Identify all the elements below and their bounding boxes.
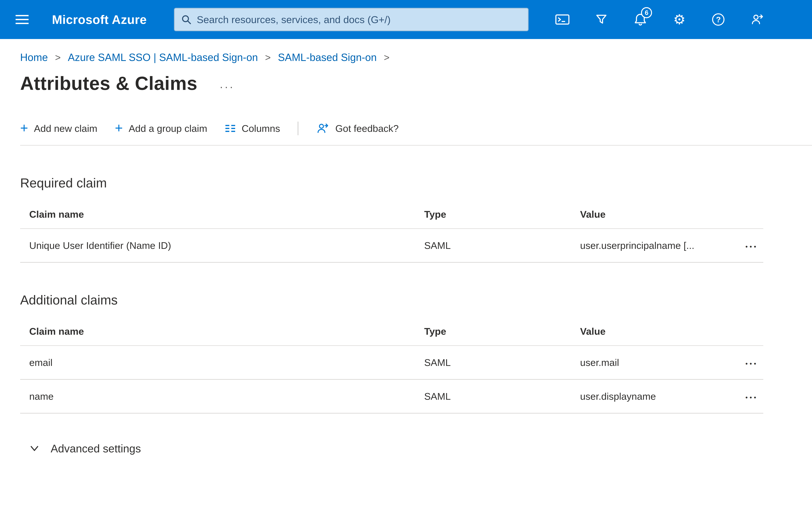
- add-new-claim-button[interactable]: + Add new claim: [20, 122, 97, 135]
- command-toolbar: + Add new claim + Add a group claim Colu…: [20, 121, 812, 146]
- got-feedback-button[interactable]: Got feedback?: [316, 121, 399, 135]
- hamburger-icon: [16, 15, 29, 16]
- breadcrumb-separator: >: [265, 52, 271, 63]
- notification-badge: 6: [641, 7, 652, 18]
- table-row[interactable]: name SAML user.displayname •••: [20, 380, 763, 413]
- row-more-button[interactable]: •••: [746, 243, 758, 250]
- page-more-button[interactable]: ···: [220, 81, 234, 92]
- table-header-row: Claim name Type Value: [20, 317, 763, 346]
- hamburger-menu-button[interactable]: [6, 0, 38, 39]
- search-icon: [181, 14, 192, 25]
- chevron-down-icon: [29, 443, 40, 454]
- topbar-icon-group: 6 ⚙ ?: [549, 6, 770, 32]
- columns-button[interactable]: Columns: [225, 123, 280, 134]
- required-claim-heading: Required claim: [20, 175, 812, 191]
- topbar: Microsoft Azure: [0, 0, 812, 39]
- breadcrumb: Home > Azure SAML SSO | SAML-based Sign-…: [0, 39, 812, 63]
- search-input[interactable]: [197, 14, 521, 25]
- additional-claims-heading: Additional claims: [20, 293, 812, 307]
- advanced-settings-expander[interactable]: Advanced settings: [29, 442, 141, 455]
- advanced-settings-label: Advanced settings: [51, 442, 141, 455]
- toolbar-divider: [298, 121, 298, 135]
- got-feedback-icon: [316, 121, 329, 135]
- claim-name-cell: email: [29, 357, 424, 368]
- add-group-claim-label: Add a group claim: [128, 123, 207, 134]
- claim-type-cell: SAML: [424, 240, 580, 251]
- required-claim-section: Required claim Claim name Type Value Uni…: [20, 175, 812, 263]
- add-new-claim-label: Add new claim: [34, 123, 97, 134]
- columns-icon: [225, 123, 236, 134]
- column-header-type: Type: [424, 209, 580, 220]
- column-header-type: Type: [424, 326, 580, 337]
- title-row: Attributes & Claims ··· ×: [0, 63, 812, 94]
- breadcrumb-separator: >: [55, 52, 61, 63]
- columns-label: Columns: [242, 123, 280, 134]
- add-group-claim-button[interactable]: + Add a group claim: [115, 122, 207, 135]
- directory-filter-icon: [594, 12, 609, 27]
- brand-logo[interactable]: Microsoft Azure: [52, 12, 147, 27]
- gear-icon: ⚙: [673, 13, 686, 26]
- claim-type-cell: SAML: [424, 391, 580, 402]
- cloud-shell-icon: [555, 12, 570, 27]
- breadcrumb-home[interactable]: Home: [20, 51, 48, 63]
- table-header-row: Claim name Type Value: [20, 200, 763, 229]
- help-button[interactable]: ?: [705, 6, 731, 32]
- breadcrumb-app-signon[interactable]: Azure SAML SSO | SAML-based Sign-on: [68, 51, 258, 63]
- breadcrumb-separator: >: [384, 52, 389, 63]
- required-claims-table: Claim name Type Value Unique User Identi…: [20, 200, 763, 263]
- row-more-button[interactable]: •••: [746, 394, 758, 401]
- column-header-claim-name: Claim name: [29, 326, 424, 337]
- additional-claims-table: Claim name Type Value email SAML user.ma…: [20, 317, 763, 413]
- row-more-button[interactable]: •••: [746, 360, 758, 367]
- claim-name-cell: Unique User Identifier (Name ID): [29, 240, 424, 251]
- feedback-button[interactable]: [744, 6, 770, 32]
- search-bar: [174, 8, 529, 31]
- table-row[interactable]: Unique User Identifier (Name ID) SAML us…: [20, 229, 763, 263]
- directory-filter-button[interactable]: [588, 6, 614, 32]
- claim-value-cell: user.mail: [580, 357, 727, 368]
- claim-type-cell: SAML: [424, 357, 580, 368]
- plus-icon: +: [115, 121, 123, 135]
- help-icon: ?: [712, 13, 724, 26]
- table-row[interactable]: email SAML user.mail •••: [20, 346, 763, 380]
- cloud-shell-button[interactable]: [549, 6, 575, 32]
- additional-claims-section: Additional claims Claim name Type Value …: [20, 293, 812, 413]
- claim-value-cell: user.displayname: [580, 391, 727, 402]
- column-header-value: Value: [580, 209, 727, 220]
- plus-icon: +: [20, 121, 28, 135]
- claim-value-cell: user.userprincipalname [...: [580, 240, 727, 251]
- column-header-value: Value: [580, 326, 727, 337]
- feedback-person-icon: [750, 12, 764, 27]
- claim-name-cell: name: [29, 391, 424, 402]
- blade-content: + Add new claim + Add a group claim Colu…: [0, 121, 812, 455]
- breadcrumb-saml-signon[interactable]: SAML-based Sign-on: [278, 51, 377, 63]
- azure-portal: Microsoft Azure: [0, 0, 812, 514]
- notifications-button[interactable]: 6: [627, 6, 653, 32]
- got-feedback-label: Got feedback?: [336, 123, 399, 134]
- settings-button[interactable]: ⚙: [666, 6, 692, 32]
- column-header-claim-name: Claim name: [29, 209, 424, 220]
- page-title: Attributes & Claims: [20, 73, 198, 94]
